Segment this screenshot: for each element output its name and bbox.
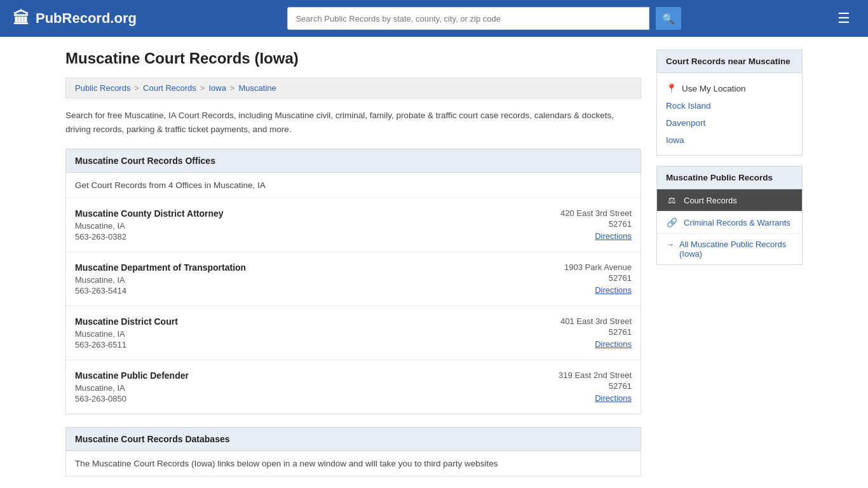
table-row: Muscatine Department of Transportation M… (66, 252, 641, 306)
offices-intro: Get Court Records from 4 Offices in Musc… (66, 173, 641, 198)
office-info-2: Muscatine Department of Transportation M… (75, 262, 552, 295)
nearby-box: Court Records near Muscatine 📍 Use My Lo… (656, 50, 803, 156)
search-area: 🔍 (287, 7, 681, 30)
breadcrumb-link-public-records[interactable]: Public Records (75, 83, 130, 93)
databases-intro: The Muscatine Court Records (Iowa) links… (66, 451, 641, 476)
criminal-records-item[interactable]: 🔗 Criminal Records & Warrants (657, 212, 802, 234)
office-city-3: Muscatine, IA (75, 329, 548, 339)
office-name-4: Muscatine Public Defender (75, 370, 546, 381)
office-info-1: Muscatine County District Attorney Musca… (75, 208, 548, 241)
court-records-item[interactable]: ⚖ Court Records (657, 189, 802, 212)
office-zip-1: 52761 (560, 219, 632, 229)
breadcrumb: Public Records > Court Records > Iowa > … (65, 78, 641, 98)
table-row: Muscatine District Court Muscatine, IA 5… (66, 306, 641, 360)
table-row: Muscatine Public Defender Muscatine, IA … (66, 360, 641, 414)
office-info-4: Muscatine Public Defender Muscatine, IA … (75, 370, 546, 403)
directions-link-4[interactable]: Directions (559, 393, 632, 403)
search-input[interactable] (287, 7, 649, 30)
office-name-1: Muscatine County District Attorney (75, 208, 548, 219)
page-title: Muscatine Court Records (Iowa) (65, 50, 641, 67)
office-address-2: 1903 Park Avenue 52761 Directions (564, 262, 632, 295)
office-city-1: Muscatine, IA (75, 221, 548, 231)
breadcrumb-sep-2: > (200, 83, 205, 93)
office-zip-2: 52761 (564, 273, 632, 283)
nearby-place-3-label: Iowa (666, 135, 684, 145)
nearby-place-3[interactable]: Iowa (657, 132, 802, 149)
court-records-label: Court Records (684, 196, 737, 205)
menu-icon: ☰ (837, 10, 850, 26)
main-container: Muscatine Court Records (Iowa) Public Re… (53, 37, 815, 488)
office-name-2: Muscatine Department of Transportation (75, 262, 552, 273)
directions-link-3[interactable]: Directions (560, 339, 632, 349)
office-zip-4: 52761 (559, 381, 632, 391)
use-location-item[interactable]: 📍 Use My Location (657, 79, 802, 97)
all-records-icon: → (666, 240, 674, 249)
office-phone-3: 563-263-6511 (75, 340, 548, 349)
office-street-3: 401 East 3rd Street (560, 316, 632, 326)
public-records-box: Muscatine Public Records ⚖ Court Records… (656, 166, 803, 265)
breadcrumb-sep-3: > (230, 83, 235, 93)
office-street-4: 319 East 2nd Street (559, 370, 632, 380)
table-row: Muscatine County District Attorney Musca… (66, 198, 641, 252)
nearby-place-1[interactable]: Rock Island (657, 97, 802, 114)
use-location-label: Use My Location (682, 84, 746, 93)
public-records-box-title: Muscatine Public Records (657, 166, 802, 189)
nearby-place-2-label: Davenport (666, 118, 705, 128)
logo-text: PubRecord.org (36, 10, 137, 27)
office-phone-4: 563-263-0850 (75, 394, 546, 403)
menu-button[interactable]: ☰ (832, 8, 855, 29)
office-city-2: Muscatine, IA (75, 275, 552, 285)
databases-section-header: Muscatine Court Records Databases (65, 427, 641, 451)
search-icon: 🔍 (662, 13, 675, 24)
office-address-4: 319 East 2nd Street 52761 Directions (559, 370, 632, 403)
nearby-place-1-label: Rock Island (666, 101, 711, 111)
office-address-1: 420 East 3rd Street 52761 Directions (560, 208, 632, 241)
breadcrumb-sep-1: > (134, 83, 139, 93)
page-description: Search for free Muscatine, IA Court Reco… (65, 109, 641, 136)
directions-link-1[interactable]: Directions (560, 231, 632, 241)
logo[interactable]: 🏛 PubRecord.org (13, 9, 137, 29)
criminal-records-icon: 🔗 (666, 217, 677, 227)
office-street-1: 420 East 3rd Street (560, 208, 632, 218)
sidebar: Court Records near Muscatine 📍 Use My Lo… (656, 50, 803, 477)
office-street-2: 1903 Park Avenue (564, 262, 632, 272)
offices-section-header: Muscatine Court Records Offices (65, 149, 641, 173)
court-records-icon: ⚖ (666, 195, 677, 205)
nearby-box-title: Court Records near Muscatine (657, 50, 802, 73)
office-name-3: Muscatine District Court (75, 316, 548, 327)
office-city-4: Muscatine, IA (75, 383, 546, 393)
header: 🏛 PubRecord.org 🔍 ☰ (0, 0, 868, 37)
office-phone-2: 563-263-5414 (75, 286, 552, 295)
location-pin-icon: 📍 (666, 83, 677, 93)
office-zip-3: 52761 (560, 327, 632, 337)
office-phone-1: 563-263-0382 (75, 232, 548, 241)
office-address-3: 401 East 3rd Street 52761 Directions (560, 316, 632, 349)
nearby-place-2[interactable]: Davenport (657, 114, 802, 132)
criminal-records-label: Criminal Records & Warrants (684, 218, 790, 227)
logo-icon: 🏛 (13, 9, 29, 29)
breadcrumb-link-court-records[interactable]: Court Records (143, 83, 196, 93)
search-button[interactable]: 🔍 (656, 7, 681, 30)
databases-section: The Muscatine Court Records (Iowa) links… (65, 451, 641, 477)
directions-link-2[interactable]: Directions (564, 285, 632, 295)
offices-section: Get Court Records from 4 Offices in Musc… (65, 173, 641, 414)
office-info-3: Muscatine District Court Muscatine, IA 5… (75, 316, 548, 349)
all-records-item[interactable]: → All Muscatine Public Records (Iowa) (657, 234, 802, 264)
nearby-box-content: 📍 Use My Location Rock Island Davenport … (657, 73, 802, 155)
public-records-box-content: ⚖ Court Records 🔗 Criminal Records & War… (657, 189, 802, 264)
content-area: Muscatine Court Records (Iowa) Public Re… (65, 50, 641, 477)
breadcrumb-link-iowa[interactable]: Iowa (208, 83, 226, 93)
breadcrumb-link-muscatine[interactable]: Muscatine (239, 83, 276, 93)
all-records-label: All Muscatine Public Records (Iowa) (679, 240, 793, 259)
